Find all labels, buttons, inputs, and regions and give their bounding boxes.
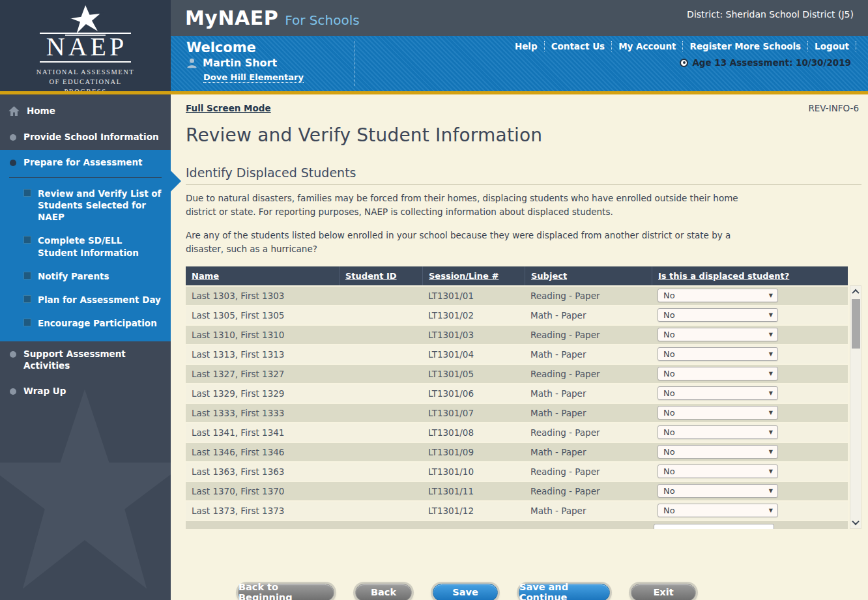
user-icon (186, 57, 197, 68)
scroll-down-button[interactable] (850, 517, 861, 528)
intro-paragraph-2: Are any of the students listed below enr… (186, 229, 745, 256)
column-header-session-line[interactable]: Session/Line # (422, 266, 525, 285)
subject-cell: Math - Paper (525, 506, 652, 516)
sidebar-item-encourage-participation[interactable]: Encourage Participation (0, 311, 171, 335)
sidebar: Home Provide School Information Prepare … (0, 94, 171, 600)
displaced-value: No (663, 349, 675, 359)
help-link[interactable]: Help (508, 41, 545, 51)
column-header-subject[interactable]: Subject (525, 266, 652, 285)
my-account-link[interactable]: My Account (612, 41, 683, 51)
displaced-dropdown[interactable]: No ▼ (658, 347, 778, 361)
table-scrollbar[interactable] (850, 285, 861, 529)
square-icon (23, 272, 31, 279)
session-line-cell: LT1301/01 (422, 291, 525, 301)
chevron-down-icon: ▼ (769, 488, 773, 494)
session-line-cell: LT1301/06 (422, 388, 525, 399)
student-name-cell: Last 1310, First 1310 (186, 330, 339, 340)
displaced-dropdown[interactable]: No ▼ (658, 504, 778, 517)
back-to-beginning-button[interactable]: Back to Beginning (238, 584, 334, 600)
sidebar-item-label: Provide School Information (23, 132, 159, 143)
table-row: Last 1370, First 1370 LT1301/11 Reading … (186, 482, 848, 500)
column-header-name[interactable]: Name (186, 266, 339, 285)
top-bar: MyNAEP For Schools District: Sheridan Sc… (171, 0, 868, 36)
header-links: Help Contact Us My Account Register More… (508, 41, 856, 51)
save-and-continue-button[interactable]: Save and Continue (519, 584, 610, 600)
displaced-value: No (663, 388, 675, 398)
table-row: Last 1329, First 1329 LT1301/06 Math - P… (186, 384, 848, 403)
student-name-cell: Last 1329, First 1329 (186, 388, 339, 399)
subject-cell: Reading - Paper (525, 427, 652, 438)
sidebar-item-label: Prepare for Assessment (23, 157, 143, 169)
assessment-date: Age 13 Assessment: 10/30/2019 (692, 57, 851, 68)
back-button[interactable]: Back (355, 584, 412, 600)
school-link[interactable]: Dove Hill Elementary (203, 72, 304, 83)
displaced-dropdown[interactable]: No ▼ (658, 386, 778, 400)
square-icon (23, 319, 31, 326)
chevron-down-icon: ▼ (769, 468, 773, 474)
table-body: Last 1303, First 1303 LT1301/01 Reading … (186, 287, 848, 520)
student-name-cell: Last 1333, First 1333 (186, 408, 339, 418)
square-icon (23, 295, 31, 303)
displaced-dropdown[interactable]: No ▼ (658, 484, 778, 498)
star-watermark (0, 385, 171, 600)
session-line-cell: LT1301/07 (422, 408, 525, 418)
column-header-displaced[interactable]: Is this a displaced student? (652, 266, 848, 285)
table-row: Last 1363, First 1363 LT1301/10 Reading … (186, 463, 848, 481)
exit-button[interactable]: Exit (631, 584, 696, 600)
save-button[interactable]: Save (433, 584, 498, 600)
sidebar-item-support-assessment-activities[interactable]: Support Assessment Activities (0, 341, 171, 379)
chevron-down-icon: ▼ (769, 410, 773, 416)
displaced-dropdown[interactable]: No ▼ (658, 367, 778, 380)
displaced-dropdown[interactable]: No ▼ (658, 406, 778, 420)
sidebar-item-notify-parents[interactable]: Notify Parents (0, 264, 171, 288)
contact-us-link[interactable]: Contact Us (545, 41, 613, 51)
displaced-dropdown[interactable]: No ▼ (658, 289, 778, 302)
displaced-dropdown[interactable]: No ▼ (658, 308, 778, 322)
sidebar-item-label: Encourage Participation (38, 317, 157, 329)
displaced-value: No (663, 447, 675, 457)
chevron-down-icon: ▼ (769, 390, 773, 396)
session-line-cell: LT1301/09 (422, 447, 525, 457)
displaced-dropdown[interactable]: No ▼ (658, 445, 778, 459)
brand: MyNAEP For Schools (185, 7, 360, 29)
bullet-icon (10, 134, 16, 141)
sidebar-item-complete-sdell[interactable]: Complete SD/ELL Student Information (0, 229, 171, 264)
sidebar-item-provide-school-information[interactable]: Provide School Information (0, 124, 171, 150)
student-name-cell: Last 1363, First 1363 (186, 466, 339, 477)
register-more-schools-link[interactable]: Register More Schools (683, 41, 808, 51)
displaced-dropdown[interactable] (654, 524, 774, 529)
sidebar-item-review-and-verify[interactable]: Review and Verify List of Students Selec… (0, 182, 171, 229)
students-table: Name Student ID Session/Line # Subject I… (186, 266, 861, 529)
sidebar-item-label: Review and Verify List of Students Selec… (38, 188, 163, 223)
column-header-student-id[interactable]: Student ID (339, 266, 422, 285)
sidebar-item-prepare-for-assessment[interactable]: Prepare for Assessment (0, 150, 171, 176)
sidebar-item-label: Home (27, 106, 55, 117)
displaced-dropdown[interactable]: No ▼ (658, 328, 778, 341)
student-name-cell: Last 1346, First 1346 (186, 447, 339, 457)
scroll-up-button[interactable] (850, 286, 861, 298)
sidebar-item-home[interactable]: Home (0, 98, 171, 124)
student-name-cell: Last 1313, First 1313 (186, 349, 339, 360)
table-row: Last 1303, First 1303 LT1301/01 Reading … (186, 287, 848, 305)
section-title: Identify Displaced Students (186, 165, 861, 185)
gold-divider (0, 91, 868, 94)
logout-link[interactable]: Logout (808, 41, 856, 51)
brand-title: MyNAEP (185, 7, 278, 29)
scrollbar-thumb[interactable] (852, 299, 860, 349)
student-name-cell: Last 1327, First 1327 (186, 369, 339, 379)
sidebar-item-label: Notify Parents (38, 270, 109, 282)
intro-paragraph-1: Due to natural disasters, families may b… (186, 192, 745, 219)
table-row: Last 1313, First 1313 LT1301/04 Math - P… (186, 345, 848, 364)
bullet-icon (10, 351, 16, 358)
displaced-value: No (663, 369, 675, 379)
sidebar-item-plan-for-assessment-day[interactable]: Plan for Assessment Day (0, 288, 171, 311)
displaced-dropdown[interactable]: No ▼ (658, 425, 778, 439)
full-screen-mode-link[interactable]: Full Screen Mode (186, 103, 271, 113)
table-row: Last 1327, First 1327 LT1301/05 Reading … (186, 365, 848, 383)
displaced-dropdown[interactable]: No ▼ (658, 464, 778, 478)
subject-cell: Math - Paper (525, 310, 652, 321)
welcome-band: Welcome Martin Short Dove Hill Elementar… (171, 36, 868, 91)
table-row: Last 1310, First 1310 LT1301/03 Reading … (186, 326, 848, 344)
user-name: Martin Short (203, 57, 277, 69)
table-row: Last 1333, First 1333 LT1301/07 Math - P… (186, 404, 848, 422)
